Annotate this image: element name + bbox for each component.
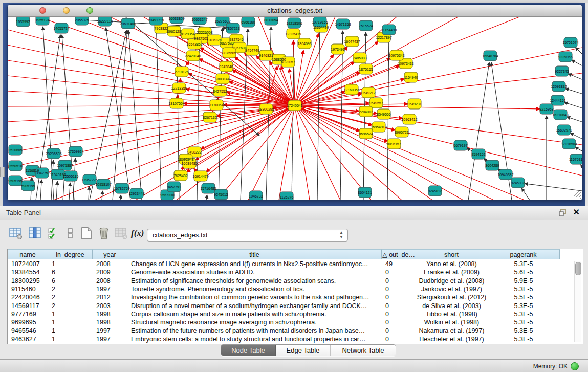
graph-edge bbox=[56, 181, 57, 200]
graph-node-label: 2520605 bbox=[8, 148, 22, 152]
graph-node-label: 17957225 bbox=[81, 178, 97, 182]
table-cell: 5.3E-5 bbox=[487, 260, 560, 268]
graph-node-label: 16543852 bbox=[186, 42, 202, 46]
graph-node-label: 7625402 bbox=[173, 174, 187, 178]
table-row[interactable]: 946554611997Estimation of the future num… bbox=[8, 326, 583, 335]
graph-node-label: 9457791 bbox=[167, 185, 181, 189]
column-header-out_de[interactable]: △ out_de… bbox=[382, 249, 416, 259]
table-row[interactable]: 969969511998Structural magnetic resonanc… bbox=[8, 318, 583, 326]
network-window-title: citations_edges.txt bbox=[8, 7, 582, 14]
column-header-name[interactable]: name bbox=[8, 249, 48, 259]
graph-node-label: 12217897 bbox=[376, 36, 391, 39]
graph-node-label: 9827546 bbox=[229, 38, 243, 41]
table-row[interactable]: 946362711997Embryonic stem cells: a mode… bbox=[8, 335, 583, 343]
graph-node-label: 9827508 bbox=[220, 41, 233, 45]
delete-rows-trash-icon[interactable] bbox=[97, 227, 111, 240]
table-cell: Wolkin et al. (1998) bbox=[416, 318, 487, 326]
table-cell: 6 bbox=[48, 277, 93, 285]
column-header-short[interactable]: short bbox=[416, 249, 487, 259]
table-row[interactable]: 2242004622012Investigating the contribut… bbox=[8, 293, 583, 301]
table-cell: 18300295 bbox=[8, 277, 48, 285]
table-row[interactable]: 1938455462009Genome-wide association stu… bbox=[8, 268, 583, 276]
column-header-in_degree[interactable]: in_degree bbox=[48, 249, 93, 259]
table-cell: Genome-wide association studies in ADHD. bbox=[127, 268, 382, 276]
tab-network-table[interactable]: Network Table bbox=[331, 345, 396, 356]
graph-node-label: 8549231 bbox=[407, 102, 421, 106]
table-cell: 2 bbox=[48, 302, 93, 310]
column-header-title[interactable]: title bbox=[127, 249, 382, 259]
graph-node-label: 22226058 bbox=[197, 31, 212, 34]
graph-edge bbox=[564, 102, 582, 108]
scrollbar-thumb[interactable] bbox=[575, 262, 581, 275]
graph-node-label: 2803144 bbox=[215, 77, 229, 81]
table-cell: Estimation of the future numbers of pati… bbox=[127, 326, 382, 335]
graph-node-label: 12923448 bbox=[128, 192, 144, 195]
function-builder-icon[interactable]: f(x) bbox=[131, 227, 144, 240]
network-window-titlebar[interactable]: citations_edges.txt bbox=[8, 5, 582, 17]
network-table-selector-value: citations_edges.txt bbox=[153, 231, 208, 239]
table-cell: 1997 bbox=[93, 335, 127, 343]
graph-node-label: 9549557 bbox=[369, 101, 383, 105]
node-table-header[interactable]: namein_degreeyeartitle△ out_de…shortpage… bbox=[8, 249, 583, 260]
column-header-year[interactable]: year bbox=[93, 249, 127, 259]
table-cell: 0 bbox=[382, 326, 416, 335]
graph-edge bbox=[40, 180, 41, 200]
graph-node-label: 8960128 bbox=[167, 30, 181, 33]
close-panel-icon[interactable]: ✕ bbox=[573, 207, 580, 217]
window-resize-grip[interactable] bbox=[574, 191, 581, 199]
table-vertical-scrollbar[interactable] bbox=[574, 261, 581, 342]
graph-edge bbox=[567, 117, 582, 122]
graph-node-label: 16033809 bbox=[168, 17, 184, 20]
graph-node-label: 12160356 bbox=[343, 88, 359, 92]
graph-node-label: 6966160 bbox=[241, 20, 255, 24]
table-cell: 0 bbox=[382, 277, 416, 285]
table-row[interactable]: 1830029562008Estimation of significance … bbox=[8, 277, 583, 285]
network-table-selector[interactable]: citations_edges.txt ▲▼ bbox=[147, 229, 348, 242]
desktop-right-edge bbox=[585, 3, 588, 206]
node-table-body[interactable]: 1872400712008Changes of HCN gene express… bbox=[8, 260, 583, 344]
graph-node-label: 2967608 bbox=[232, 46, 246, 50]
graph-node-label: 10653247 bbox=[191, 18, 207, 21]
network-view-window[interactable]: citations_edges.txt 17240541796382289601… bbox=[7, 4, 582, 200]
table-row[interactable]: 1456911722003Disruption of a novel membe… bbox=[8, 302, 583, 310]
graph-edge bbox=[568, 74, 582, 79]
panel-resize-handle[interactable] bbox=[0, 167, 5, 177]
graph-edge bbox=[295, 105, 494, 200]
network-canvas[interactable]: 1724054179638228960128912935422226058982… bbox=[8, 17, 582, 200]
graph-node-label: 8267130 bbox=[203, 116, 216, 119]
graph-edge bbox=[565, 89, 582, 94]
table-cell: 2 bbox=[48, 285, 93, 293]
float-panel-icon[interactable] bbox=[559, 209, 567, 216]
graph-node-label: 9245012 bbox=[428, 189, 442, 193]
table-row[interactable]: 911546021997Tourette syndrome. Phenomeno… bbox=[8, 285, 583, 293]
column-header-pagerank[interactable]: pagerank bbox=[487, 249, 560, 259]
table-cell: 9699695 bbox=[8, 318, 48, 326]
graph-node-label: 10975887 bbox=[57, 164, 73, 167]
graph-node-label: 1973493 bbox=[331, 48, 344, 51]
graph-node-label: 9827505 bbox=[194, 37, 208, 40]
table-tabs-segmented-control[interactable]: Node TableEdge TableNetwork Table bbox=[221, 344, 396, 356]
delete-table-icon-disabled bbox=[115, 227, 128, 240]
select-rows-icon[interactable] bbox=[47, 227, 60, 240]
table-settings-icon[interactable] bbox=[9, 227, 23, 240]
tab-node-table[interactable]: Node Table bbox=[221, 345, 276, 356]
graph-node-label: 7485083 bbox=[353, 56, 366, 60]
graph-node-label: 8550510 bbox=[8, 164, 22, 168]
graph-node-label: 14671358 bbox=[335, 23, 351, 26]
table-cell: 5.3E-5 bbox=[487, 285, 560, 293]
node-table[interactable]: namein_degreeyeartitle△ out_de…shortpage… bbox=[7, 249, 583, 344]
table-row[interactable]: 977716911998Corpus callosum shape and si… bbox=[8, 310, 583, 318]
show-column-icon[interactable] bbox=[29, 227, 42, 240]
graph-node-label: 8096157 bbox=[387, 142, 401, 146]
row-height-icon[interactable] bbox=[63, 227, 77, 240]
tab-edge-table[interactable]: Edge Table bbox=[276, 345, 331, 356]
graph-edge bbox=[8, 105, 295, 106]
table-row[interactable]: 1872400712008Changes of HCN gene express… bbox=[8, 260, 583, 268]
citation-network-graph[interactable]: 1724054179638228960128912935422226058982… bbox=[8, 17, 582, 200]
graph-node-label: 12093832 bbox=[551, 85, 567, 89]
graph-node-label: 9146821 bbox=[259, 54, 273, 57]
table-cell: Franke et al. (2009) bbox=[416, 268, 487, 276]
create-table-icon[interactable] bbox=[80, 227, 93, 240]
table-panel-header[interactable]: Table Panel ✕ bbox=[0, 206, 588, 220]
graph-node-label: 9567330 bbox=[160, 193, 174, 197]
